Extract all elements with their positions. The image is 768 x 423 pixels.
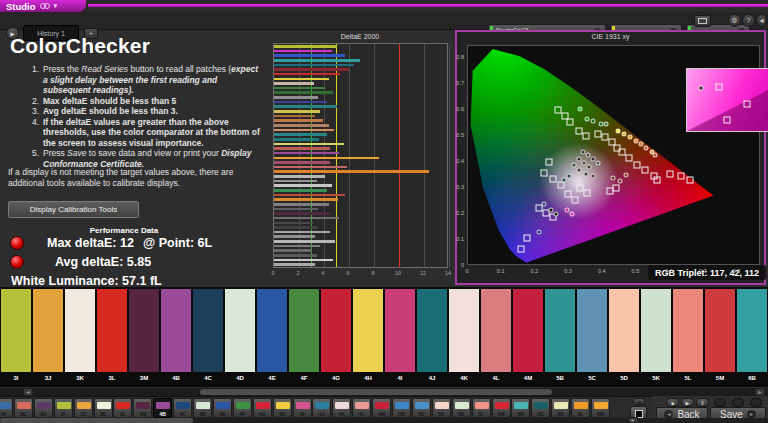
collapse-button[interactable]: ◄ <box>756 14 767 27</box>
patch-button-6D[interactable]: 6D <box>551 398 570 418</box>
y-tick-label: 0.7 <box>456 80 464 86</box>
patch-button-4E[interactable]: 4E <box>213 398 232 418</box>
color-patch-3I[interactable] <box>1 289 31 372</box>
help-button[interactable]: ? <box>742 14 755 27</box>
color-patch-4K[interactable] <box>449 289 479 372</box>
patch-button-4J[interactable]: 4J <box>312 398 331 418</box>
patch-button-3G[interactable]: 3G <box>14 398 33 418</box>
toolbar-scroll-right-button[interactable]: ► <box>628 417 638 423</box>
patch-button-3F[interactable]: 3F <box>0 398 13 418</box>
color-patch-3M[interactable] <box>129 289 159 372</box>
color-patch-3J[interactable] <box>33 289 63 372</box>
patch-label: 3K <box>64 375 96 381</box>
color-patch-6B[interactable] <box>737 289 767 372</box>
patch-button-3J[interactable]: 3J <box>74 398 93 418</box>
patch-button-3M[interactable]: 3M <box>133 398 152 418</box>
x-tick-label: 0.1 <box>497 268 505 274</box>
color-patch-4D[interactable] <box>225 289 255 372</box>
settings-button[interactable]: ⚙ <box>728 14 741 27</box>
scrollbar-thumb[interactable] <box>200 389 552 395</box>
measurement-dot <box>652 153 657 158</box>
target-square <box>572 197 579 204</box>
patch-button-4M[interactable]: 4M <box>372 398 391 418</box>
patch-button-6C[interactable]: 6C <box>531 398 550 418</box>
deltae-chart-panel[interactable]: DeltaE 2000 02468101214 <box>266 31 454 285</box>
scroll-right-button[interactable]: ► <box>755 388 765 396</box>
color-patch-4G[interactable] <box>321 289 351 372</box>
color-patch-4F[interactable] <box>289 289 319 372</box>
patch-label: 5L <box>672 375 704 381</box>
color-patch-5C[interactable] <box>577 289 607 372</box>
patch-scrollbar[interactable] <box>0 388 768 396</box>
patch-button-3H[interactable]: 3H <box>34 398 53 418</box>
deltae-bar <box>274 133 327 136</box>
deltae-bar <box>274 161 330 164</box>
chevron-down-icon: ▾ <box>54 2 58 10</box>
patch-button-4F[interactable]: 4F <box>233 398 252 418</box>
x-tick-label: 0.8 <box>733 268 741 274</box>
y-tick-label: 0 <box>461 262 464 268</box>
patch-button-label: 4E <box>214 411 231 417</box>
studio-logo[interactable]: Studio ▾ <box>0 0 86 12</box>
cie-chart-panel[interactable]: CIE 1931 xy RGB Triplet: 117, 42, 112 00… <box>455 30 766 285</box>
scroll-left-button[interactable]: ◄ <box>23 388 33 396</box>
patch-button-4I[interactable]: 4I <box>293 398 312 418</box>
patch-label: 4K <box>448 375 480 381</box>
patch-button-5D[interactable]: 5D <box>432 398 451 418</box>
x-tick-label: 0.4 <box>598 268 606 274</box>
option-knob-1[interactable] <box>714 398 726 407</box>
color-patch-3L[interactable] <box>97 289 127 372</box>
color-patch-4C[interactable] <box>193 289 223 372</box>
y-tick-label: 0.4 <box>456 158 464 164</box>
color-patch-4J[interactable] <box>417 289 447 372</box>
patch-button-6M[interactable]: 6M <box>591 398 610 418</box>
patch-button-5K[interactable]: 5K <box>452 398 471 418</box>
patch-button-4B[interactable]: 4B <box>153 398 172 418</box>
gridline <box>349 44 350 267</box>
patch-button-3K[interactable]: 3K <box>94 398 113 418</box>
measurement-dot <box>639 142 644 147</box>
color-patch-3K[interactable] <box>65 289 95 372</box>
patch-button-3I[interactable]: 3I <box>54 398 73 418</box>
patch-button-4L[interactable]: 4L <box>352 398 371 418</box>
display-calibration-tools-button[interactable]: Display Calibration Tools <box>8 201 139 218</box>
read-series-button[interactable]: ▶ <box>681 398 694 407</box>
color-patch-4I[interactable] <box>385 289 415 372</box>
color-patch-4L[interactable] <box>481 289 511 372</box>
scrollbar-thumb[interactable] <box>0 418 193 423</box>
patch-button-4D[interactable]: 4D <box>193 398 212 418</box>
play-icon: ▶ <box>686 400 690 406</box>
patch-button-5L[interactable]: 5L <box>472 398 491 418</box>
patch-button-4C[interactable]: 4C <box>173 398 192 418</box>
display-window-button[interactable] <box>694 15 711 27</box>
color-patch-4E[interactable] <box>257 289 287 372</box>
option-knob-2[interactable] <box>732 398 744 407</box>
option-knob-3[interactable] <box>750 398 762 407</box>
color-patch-5M[interactable] <box>705 289 735 372</box>
patch-button-6L[interactable]: 6L <box>571 398 590 418</box>
comparator-toggle-button[interactable] <box>633 398 645 405</box>
deltae-bar <box>274 138 319 141</box>
toolbar-scrollbar[interactable] <box>0 418 768 423</box>
patch-button-label: 4H <box>274 411 291 417</box>
patch-button-3L[interactable]: 3L <box>113 398 132 418</box>
color-patch-5B[interactable] <box>545 289 575 372</box>
stop-icon: ■ <box>671 400 674 406</box>
patch-button-5M[interactable]: 5M <box>492 398 511 418</box>
patch-button-4K[interactable]: 4K <box>332 398 351 418</box>
stop-button[interactable]: ■ <box>666 398 679 407</box>
patch-button-6B[interactable]: 6B <box>511 398 530 418</box>
color-patch-5D[interactable] <box>609 289 639 372</box>
patch-button-4H[interactable]: 4H <box>273 398 292 418</box>
patch-button-5B[interactable]: 5B <box>392 398 411 418</box>
inset-target-square <box>743 101 750 108</box>
pause-button[interactable]: Ⅱ <box>696 398 709 407</box>
patch-button-5C[interactable]: 5C <box>412 398 431 418</box>
measurement-dot <box>553 211 558 216</box>
color-patch-4M[interactable] <box>513 289 543 372</box>
color-patch-4H[interactable] <box>353 289 383 372</box>
color-patch-5K[interactable] <box>641 289 671 372</box>
color-patch-4B[interactable] <box>161 289 191 372</box>
color-patch-5L[interactable] <box>673 289 703 372</box>
patch-button-4G[interactable]: 4G <box>253 398 272 418</box>
